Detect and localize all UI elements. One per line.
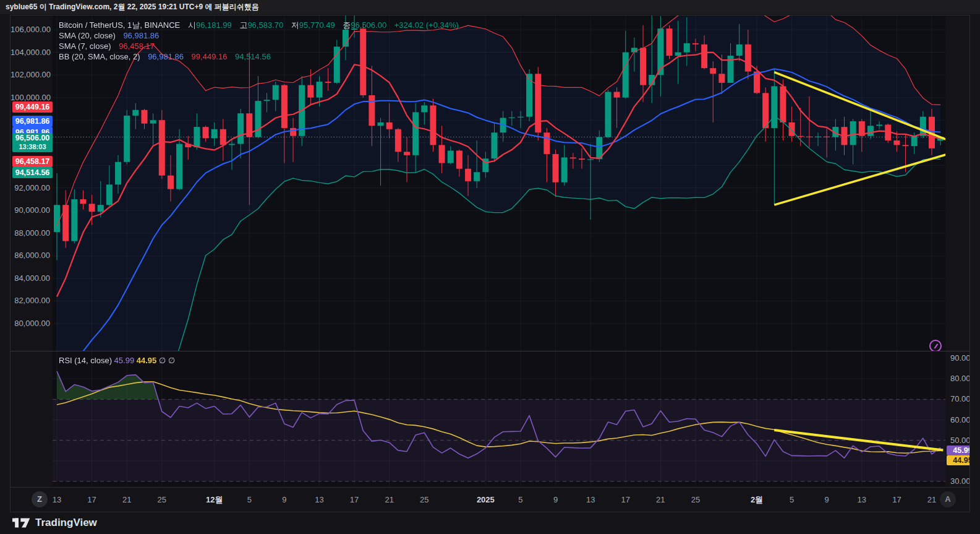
price-axis-label: 80,000.00 — [11, 319, 50, 329]
time-axis-label: 17 — [892, 494, 901, 506]
price-axis-label: 84,000.00 — [11, 273, 50, 283]
time-axis-label: 9 — [553, 494, 558, 506]
price-axis-badge: 96,458.17 — [12, 156, 53, 167]
rsi-label: RSI (14, close) — [59, 356, 112, 365]
rsi-axis-badge: 45.99 — [947, 446, 970, 455]
price-axis-badge: 96,506.0013:38:03 — [12, 133, 53, 152]
footer-bar: TradingView — [0, 512, 980, 534]
countdown-timer: 13:38:03 — [12, 143, 53, 151]
time-axis-label: 25 — [158, 494, 166, 506]
open-label: 시 — [188, 20, 196, 30]
time-axis-label: 5 — [247, 494, 252, 506]
tradingview-logo-link[interactable]: TradingView — [12, 517, 97, 529]
high-label: 고 — [239, 20, 247, 30]
time-axis-scale[interactable]: Z A 1317212512월5913172125202559131721252… — [11, 487, 970, 512]
price-axis-label: 104,000.00 — [11, 48, 50, 58]
price-axis-label: 90,000.00 — [11, 205, 50, 215]
sma7-value: 96,458.17 — [119, 41, 155, 51]
price-axis-label: 106,000.00 — [11, 25, 50, 35]
price-axis-label: 92,000.00 — [11, 183, 50, 193]
low-label: 저 — [291, 20, 299, 30]
time-axis-label: 17 — [87, 494, 96, 506]
zoom-out-button[interactable]: Z — [32, 491, 48, 507]
reaction-emoji-icon — [934, 343, 939, 349]
reaction-emoji-button[interactable] — [929, 340, 942, 351]
time-axis-label: 21 — [122, 494, 131, 506]
bb-lower-value: 94,514.56 — [235, 52, 271, 61]
time-axis-label: 5 — [518, 494, 522, 506]
rsi-chart-canvas[interactable] — [53, 351, 945, 486]
time-axis-label: 13 — [315, 494, 323, 506]
rsi-axis-label: 60.00 — [950, 415, 970, 425]
close-label: 종 — [343, 20, 351, 30]
time-axis-label: 9 — [282, 494, 286, 506]
bb-basis-value: 96,981.86 — [148, 52, 184, 61]
symbol-legend-row[interactable]: Bitcoin / TetherUS, 1날, BINANCE 시96,181.… — [59, 20, 459, 30]
publish-info-text: syblue65 이 TradingView.com, 2월 22, 2025 … — [6, 2, 259, 11]
rsi-axis-label: 90.00 — [950, 353, 970, 363]
symbol-title: Bitcoin / TetherUS, 1날, BINANCE — [59, 20, 180, 30]
change-value: +324.02 (+0.34%) — [394, 20, 459, 30]
time-axis-label: 5 — [790, 494, 794, 506]
rsi-axis-label: 30.00 — [950, 476, 970, 486]
price-axis-label: 102,000.00 — [11, 70, 50, 80]
high-value: 96,583.70 — [247, 20, 283, 30]
rsi-axis-label: 80.00 — [950, 374, 970, 384]
price-axis-label: 86,000.00 — [11, 251, 50, 261]
bb-label: BB (20, SMA, close, 2) — [59, 52, 140, 61]
time-axis-label: 13 — [858, 494, 866, 506]
rsi-ma-value: 44.95 — [137, 356, 157, 365]
main-chart-canvas[interactable] — [53, 15, 945, 351]
time-axis-label: 21 — [656, 494, 665, 506]
sma7-label: SMA (7, close) — [59, 41, 111, 51]
time-axis-label: 2월 — [751, 494, 763, 506]
sma20-legend-row[interactable]: SMA (20, close) 96,981.86 — [59, 30, 459, 41]
price-axis-scale[interactable]: 106,000.00104,000.00102,000.00100,000.00… — [11, 15, 53, 351]
tradingview-logo-icon — [12, 517, 31, 529]
time-axis-label: 25 — [691, 494, 700, 506]
time-axis-label: 25 — [420, 494, 428, 506]
open-value: 96,181.99 — [196, 20, 232, 30]
rsi-upper-band-empty: ∅ — [159, 356, 166, 365]
time-axis-label: 12월 — [206, 494, 223, 506]
rsi-lower-band-empty: ∅ — [168, 356, 175, 365]
price-pane: 106,000.00104,000.00102,000.00100,000.00… — [11, 15, 970, 351]
time-axis-label: 13 — [586, 494, 595, 506]
price-axis-badge: 94,514.56 — [12, 167, 53, 178]
price-axis-badge: 96,981.86 — [12, 116, 53, 127]
time-axis-label: 9 — [825, 494, 829, 506]
price-axis-label: 88,000.00 — [11, 228, 50, 238]
sma7-legend-row[interactable]: SMA (7, close) 96,458.17 — [59, 41, 459, 51]
time-axis-label: 17 — [350, 494, 359, 506]
sma20-value: 96,981.86 — [123, 31, 159, 40]
price-axis-label: 82,000.00 — [11, 296, 50, 306]
price-axis-badge: 99,449.16 — [12, 101, 53, 113]
auto-scale-button[interactable]: A — [940, 491, 956, 507]
time-axis-label: 17 — [621, 494, 630, 506]
time-axis-label: 13 — [53, 494, 61, 506]
rsi-pane: RSI (14, close) 45.99 44.95 ∅ ∅ 90.0080.… — [11, 351, 970, 486]
rsi-axis-label: 50.00 — [950, 436, 970, 446]
rsi-axis-label: 70.00 — [950, 394, 970, 404]
tradingview-published-chart: syblue65 이 TradingView.com, 2월 22, 2025 … — [0, 0, 980, 534]
rsi-legend-row[interactable]: RSI (14, close) 45.99 44.95 ∅ ∅ — [59, 355, 175, 366]
publish-info-bar: syblue65 이 TradingView.com, 2월 22, 2025 … — [0, 0, 980, 14]
time-axis-label: 21 — [385, 494, 393, 506]
chart-legend: Bitcoin / TetherUS, 1날, BINANCE 시96,181.… — [59, 20, 459, 62]
pane-separator[interactable] — [11, 351, 970, 351]
bb-upper-value: 99,449.16 — [192, 52, 228, 61]
rsi-axis-badge: 44.95 — [947, 455, 970, 465]
tradingview-logo-text: TradingView — [35, 517, 97, 529]
close-value: 96,506.00 — [351, 20, 386, 30]
rsi-value: 45.99 — [114, 356, 135, 365]
bb-legend-row[interactable]: BB (20, SMA, close, 2) 96,981.86 99,449.… — [59, 51, 459, 62]
sma20-label: SMA (20, close) — [59, 31, 116, 40]
low-value: 95,770.49 — [299, 20, 335, 30]
time-axis-label: 2025 — [477, 494, 495, 506]
time-axis-label: 21 — [927, 494, 936, 506]
